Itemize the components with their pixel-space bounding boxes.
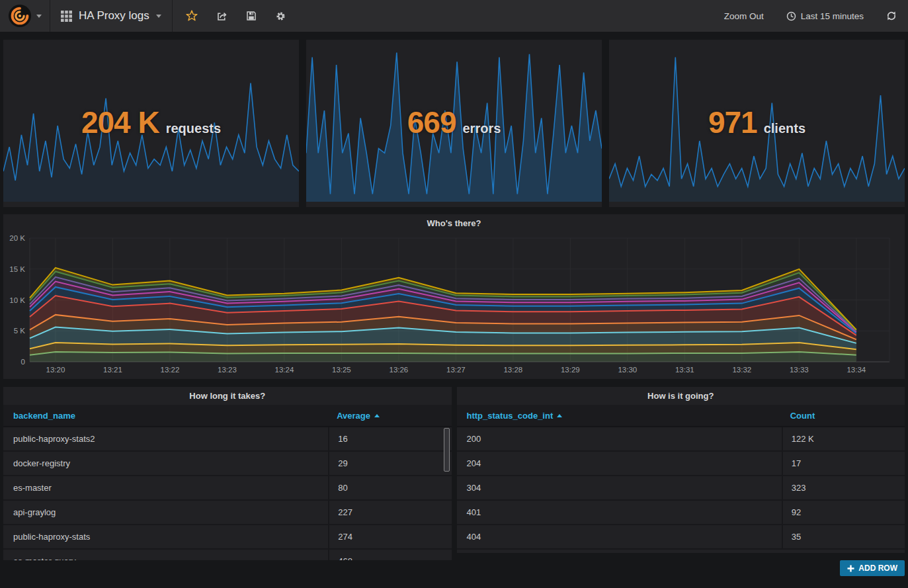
svg-text:13:25: 13:25 bbox=[332, 366, 351, 374]
share-icon bbox=[216, 11, 227, 22]
settings-button[interactable] bbox=[266, 0, 296, 32]
svg-text:13:24: 13:24 bbox=[275, 366, 294, 374]
column-header-backend_name: backend_name bbox=[3, 411, 328, 421]
add-row-button[interactable]: ADD ROW bbox=[840, 560, 905, 576]
clients-value: 971 bbox=[708, 105, 757, 140]
panel-title[interactable]: Who's there? bbox=[3, 214, 905, 232]
empty-table-row bbox=[457, 548, 905, 553]
table-body: 200122 K204173043234019240435 bbox=[457, 427, 905, 548]
svg-text:13:27: 13:27 bbox=[446, 366, 466, 374]
grafana-logo-icon bbox=[8, 4, 32, 28]
star-button[interactable] bbox=[177, 0, 207, 32]
cell-backend_name: public-haproxy-stats2 bbox=[3, 427, 328, 450]
cell-Average: 29 bbox=[328, 452, 451, 475]
svg-text:20 K: 20 K bbox=[9, 234, 25, 242]
how-is-it-going-panel: How is it going? http_status_code_intCou… bbox=[457, 387, 905, 553]
svg-text:5 K: 5 K bbox=[14, 327, 26, 335]
table-row: 40192 bbox=[457, 499, 905, 524]
svg-text:13:26: 13:26 bbox=[389, 366, 408, 374]
navbar: HA Proxy logs bbox=[0, 0, 908, 32]
sort-link[interactable]: Count bbox=[790, 411, 815, 421]
how-long-it-takes-panel: How long it takes? backend_nameAverage p… bbox=[3, 387, 452, 560]
stat-panel-errors: 669 errors bbox=[306, 40, 602, 207]
sort-asc-icon bbox=[557, 414, 562, 417]
table-row: api-graylog227 bbox=[3, 499, 452, 524]
table-row: 40435 bbox=[457, 524, 905, 548]
svg-text:15 K: 15 K bbox=[9, 265, 25, 273]
cell-Average: 227 bbox=[328, 501, 451, 524]
zoom-out-button[interactable]: Zoom Out bbox=[713, 11, 775, 21]
time-range-label: Last 15 minutes bbox=[801, 11, 864, 21]
cell-Average: 80 bbox=[328, 476, 451, 499]
table-row: docker-registry29 bbox=[3, 450, 452, 475]
column-header-Average: Average bbox=[328, 411, 451, 421]
dashboard-grid-icon bbox=[61, 11, 72, 22]
save-icon bbox=[246, 11, 257, 21]
cell-Count: 35 bbox=[782, 525, 905, 548]
share-button[interactable] bbox=[207, 0, 237, 32]
requests-label: requests bbox=[166, 121, 221, 136]
sort-link[interactable]: http_status_code_int bbox=[467, 411, 554, 421]
svg-text:13:30: 13:30 bbox=[618, 366, 637, 374]
column-header-http_status_code_int: http_status_code_int bbox=[457, 411, 782, 421]
cell-backend_name: docker-registry bbox=[3, 452, 328, 475]
svg-text:13:29: 13:29 bbox=[561, 366, 580, 374]
cell-http_status_code_int: 404 bbox=[457, 525, 782, 548]
cell-http_status_code_int: 204 bbox=[457, 452, 782, 475]
sort-link[interactable]: backend_name bbox=[13, 411, 75, 421]
svg-text:13:23: 13:23 bbox=[218, 366, 237, 374]
stat-panel-requests: 204 K requests bbox=[3, 40, 299, 207]
svg-text:0: 0 bbox=[21, 358, 25, 366]
cell-backend_name: es-master bbox=[3, 476, 328, 499]
star-icon bbox=[186, 10, 198, 22]
cell-backend_name: api-graylog bbox=[3, 501, 328, 524]
stats-row: 204 K requests 669 errors 971 clients bbox=[3, 40, 905, 207]
svg-text:10 K: 10 K bbox=[9, 296, 25, 304]
clients-label: clients bbox=[764, 121, 805, 136]
panel-title[interactable]: How is it going? bbox=[457, 387, 905, 405]
time-range-picker[interactable]: Last 15 minutes bbox=[775, 11, 875, 21]
refresh-icon bbox=[886, 11, 897, 21]
panel-title[interactable]: How long it takes? bbox=[3, 387, 452, 405]
cell-Average: 274 bbox=[328, 525, 451, 548]
svg-text:13:20: 13:20 bbox=[46, 366, 65, 374]
sort-asc-icon bbox=[374, 414, 380, 417]
table-header: backend_nameAverage bbox=[3, 405, 452, 427]
table-row: 304323 bbox=[457, 475, 905, 499]
cell-backend_name: public-haproxy-stats bbox=[3, 525, 328, 548]
table-row: public-haproxy-stats216 bbox=[3, 427, 452, 450]
grafana-main-menu[interactable] bbox=[0, 0, 50, 32]
table-body: public-haproxy-stats216docker-registry29… bbox=[3, 427, 452, 560]
svg-text:13:21: 13:21 bbox=[103, 366, 122, 374]
gear-icon bbox=[275, 11, 286, 22]
table-row: es-master80 bbox=[3, 475, 452, 499]
plus-icon bbox=[847, 565, 854, 572]
cell-http_status_code_int: 200 bbox=[457, 427, 782, 450]
save-button[interactable] bbox=[237, 0, 266, 32]
svg-text:13:28: 13:28 bbox=[503, 366, 522, 374]
table-row: 200122 K bbox=[457, 427, 905, 450]
chevron-down-icon bbox=[36, 15, 42, 18]
refresh-button[interactable] bbox=[875, 11, 908, 21]
stacked-area-chart[interactable]: 05 K10 K15 K20 K13:2013:2113:2213:2313:2… bbox=[3, 214, 905, 379]
errors-value: 669 bbox=[407, 105, 456, 140]
cell-Count: 122 K bbox=[782, 427, 905, 450]
cell-Average: 468 bbox=[328, 550, 451, 560]
table-row: 20417 bbox=[457, 450, 905, 475]
tables-row: How long it takes? backend_nameAverage p… bbox=[3, 387, 905, 560]
svg-text:13:22: 13:22 bbox=[161, 366, 180, 374]
errors-label: errors bbox=[462, 121, 501, 136]
cell-http_status_code_int: 401 bbox=[457, 501, 782, 524]
column-header-Count: Count bbox=[782, 411, 905, 421]
table-scrollbar[interactable] bbox=[444, 428, 450, 472]
cell-Count: 92 bbox=[782, 501, 905, 524]
cell-Count: 17 bbox=[782, 452, 905, 475]
stat-panel-clients: 971 clients bbox=[609, 40, 905, 207]
clock-icon bbox=[786, 11, 796, 21]
svg-text:13:34: 13:34 bbox=[846, 366, 866, 374]
dashboard-title-dropdown[interactable]: HA Proxy logs bbox=[50, 0, 172, 32]
table-row: public-haproxy-stats274 bbox=[3, 524, 452, 548]
dashboard-title: HA Proxy logs bbox=[79, 9, 149, 22]
cell-Average: 16 bbox=[328, 427, 451, 450]
sort-link[interactable]: Average bbox=[337, 411, 370, 421]
